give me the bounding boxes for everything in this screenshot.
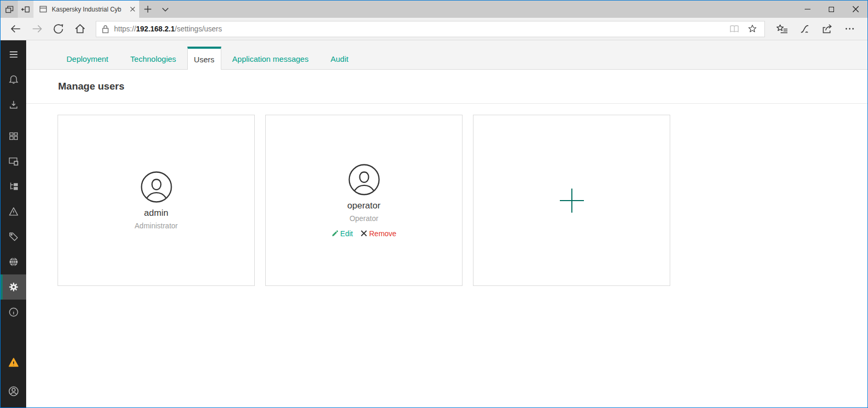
tab-application-messages[interactable]: Application messages [221,48,320,69]
url-scheme: https:// [114,25,136,33]
sidebar-item-account[interactable] [1,379,26,404]
account-icon [7,385,20,398]
tab-label: Application messages [232,54,309,63]
tab-label: Users [194,55,215,64]
tab-preview-icon [4,4,15,15]
tab-label: Technologies [130,54,176,63]
minimize-button[interactable] [795,1,819,18]
user-cards: admin Administrator operator Operator [26,104,867,286]
page-header: Manage users [26,70,867,104]
address-bar[interactable]: https://192.168.2.1/settings/users [96,21,765,37]
tab-deployment[interactable]: Deployment [55,48,119,69]
user-actions: Edit Remove [331,229,396,238]
warning-triangle-icon [8,206,19,217]
sidebar-item-network[interactable] [1,249,26,274]
menu-icon [8,49,19,60]
sidebar-item-events[interactable] [1,199,26,224]
lock-icon [102,25,109,34]
sidebar-item-downloads[interactable] [1,92,26,117]
tab-label: Deployment [66,54,108,63]
dashboard-grid-icon [8,130,19,142]
sidebar-item-notifications[interactable] [1,67,26,92]
info-icon [8,306,19,318]
refresh-button[interactable] [48,19,69,39]
share-icon[interactable] [816,19,838,39]
maximize-icon [829,7,834,12]
user-name: operator [347,201,380,211]
tab-preview-button[interactable] [1,1,18,18]
browser-window: Kaspersky Industrial Cyb [0,0,868,408]
gear-icon [8,281,19,293]
tab-close-icon[interactable] [130,6,136,12]
new-tab-plus-icon [143,5,152,14]
favorites-hub-icon[interactable] [771,19,793,39]
window-controls [795,1,867,18]
sidebar-item-menu[interactable] [1,42,26,67]
browser-viewport: Deployment Technologies Users Applicatio… [1,40,867,407]
tab-audit[interactable]: Audit [320,48,359,69]
reading-view-icon[interactable] [727,22,741,36]
tree-icon [8,181,19,192]
sidebar-item-dashboard[interactable] [1,124,26,149]
browser-tab-title: Kaspersky Industrial Cyb [52,6,126,13]
toolbar-right-icons [771,19,863,39]
edit-label: Edit [340,229,353,238]
tag-icon [8,231,19,242]
sidebar-item-about[interactable] [1,300,26,325]
page-tab-bar: Deployment Technologies Users Applicatio… [26,40,867,70]
user-name: admin [144,208,168,218]
user-avatar-icon [348,163,380,196]
page-title: Manage users [58,81,125,92]
tab-label: Audit [331,54,348,63]
forward-button[interactable] [26,19,48,39]
globe-icon [8,256,19,268]
close-button[interactable] [843,1,867,18]
user-role: Operator [350,214,378,223]
url-path: /settings/users [175,25,222,33]
download-icon [8,99,19,111]
tab-users[interactable]: Users [187,47,221,70]
x-icon [360,230,367,237]
user-card-operator: operator Operator Edit [265,115,463,286]
user-card-admin: admin Administrator [58,115,255,286]
browser-toolbar: https://192.168.2.1/settings/users [1,18,867,40]
page-content: Deployment Technologies Users Applicatio… [26,40,867,407]
pencil-icon [331,230,339,237]
home-button[interactable] [69,19,91,39]
set-tabs-aside-icon [20,4,31,15]
favorite-star-icon[interactable] [746,22,759,36]
add-user-card[interactable] [473,115,670,286]
new-tab-button[interactable] [139,1,156,18]
sidebar-item-system-warning[interactable] [1,350,26,375]
app-sidebar [1,40,26,407]
orange-warning-icon [7,357,20,368]
ink-pen-icon[interactable] [794,19,815,39]
user-role: Administrator [134,222,177,230]
maximize-button[interactable] [819,1,843,18]
add-user-plus-icon [558,187,585,214]
user-avatar-icon [140,171,173,203]
close-icon [852,6,859,13]
sidebar-item-settings[interactable] [1,274,26,300]
tab-technologies[interactable]: Technologies [119,48,187,69]
set-tabs-aside-button[interactable] [18,1,33,18]
back-button[interactable] [5,19,26,39]
minimize-icon [805,9,810,9]
url-host: 192.168.2.1 [136,25,175,33]
browser-tab[interactable]: Kaspersky Industrial Cyb [33,1,139,18]
remove-user-button[interactable]: Remove [360,229,396,238]
bell-icon [8,74,19,85]
tab-list-chevron-button[interactable] [156,1,174,18]
chevron-down-icon [162,7,169,12]
page-icon [39,5,48,13]
edit-user-button[interactable]: Edit [331,229,353,238]
url-text: https://192.168.2.1/settings/users [114,25,723,33]
remove-label: Remove [369,229,396,238]
browser-titlebar: Kaspersky Industrial Cyb [1,1,867,18]
more-options-icon[interactable] [839,19,860,39]
monitor-device-icon [8,156,19,167]
sidebar-item-tags[interactable] [1,224,26,249]
sidebar-item-assets[interactable] [1,149,26,174]
sidebar-item-network-map[interactable] [1,174,26,199]
